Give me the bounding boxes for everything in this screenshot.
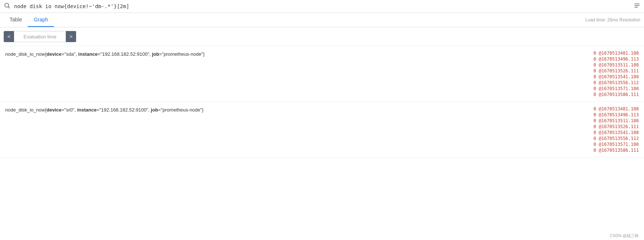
list-item: 0 @1670513496.113 bbox=[593, 56, 639, 62]
list-item: 0 @1670513586.111 bbox=[593, 148, 639, 153]
table-row: node_disk_io_now{device="sr0", instance=… bbox=[0, 102, 644, 158]
tab-graph[interactable]: Graph bbox=[28, 13, 54, 27]
eval-time-row: < Evaluation time > bbox=[0, 27, 644, 46]
svg-line-1 bbox=[8, 7, 10, 8]
list-item: 0 @1670513511.108 bbox=[593, 118, 639, 123]
tabs-bar: Table Graph Load time: 26ms Resolution bbox=[0, 13, 644, 27]
tab-table[interactable]: Table bbox=[4, 13, 28, 27]
list-item: 0 @1670513571.108 bbox=[593, 142, 639, 147]
query-input[interactable] bbox=[14, 3, 630, 9]
search-icon[interactable] bbox=[4, 2, 10, 10]
svg-point-0 bbox=[5, 3, 9, 7]
list-item: 0 @1670513526.111 bbox=[593, 68, 639, 73]
list-item: 0 @1670513556.112 bbox=[593, 136, 639, 141]
result-label: node_disk_io_now{device="sr0", instance=… bbox=[5, 106, 586, 114]
list-item: 0 @1670513586.111 bbox=[593, 92, 639, 97]
results-area: node_disk_io_now{device="sda", instance=… bbox=[0, 46, 644, 158]
eval-prev-button[interactable]: < bbox=[4, 31, 14, 42]
list-item: 0 @1670513496.113 bbox=[593, 112, 639, 117]
list-item: 0 @1670513541.108 bbox=[593, 74, 639, 79]
list-icon[interactable] bbox=[634, 2, 640, 10]
result-values: 0 @1670513481.1080 @1670513496.1130 @167… bbox=[593, 51, 639, 97]
search-bar bbox=[0, 0, 644, 13]
list-item: 0 @1670513571.108 bbox=[593, 86, 639, 91]
table-row: node_disk_io_now{device="sda", instance=… bbox=[0, 46, 644, 102]
list-item: 0 @1670513511.108 bbox=[593, 62, 639, 68]
list-item: 0 @1670513541.108 bbox=[593, 130, 639, 135]
eval-next-button[interactable]: > bbox=[66, 31, 76, 42]
result-values: 0 @1670513481.1080 @1670513496.1130 @167… bbox=[593, 106, 639, 153]
list-item: 0 @1670513556.112 bbox=[593, 80, 639, 85]
list-item: 0 @1670513481.108 bbox=[593, 51, 639, 56]
list-item: 0 @1670513481.108 bbox=[593, 106, 639, 112]
list-item: 0 @1670513526.111 bbox=[593, 124, 639, 129]
tab-meta: Load time: 26ms Resolution bbox=[585, 14, 640, 26]
eval-time-label: Evaluation time bbox=[14, 31, 66, 42]
result-label: node_disk_io_now{device="sda", instance=… bbox=[5, 51, 586, 58]
